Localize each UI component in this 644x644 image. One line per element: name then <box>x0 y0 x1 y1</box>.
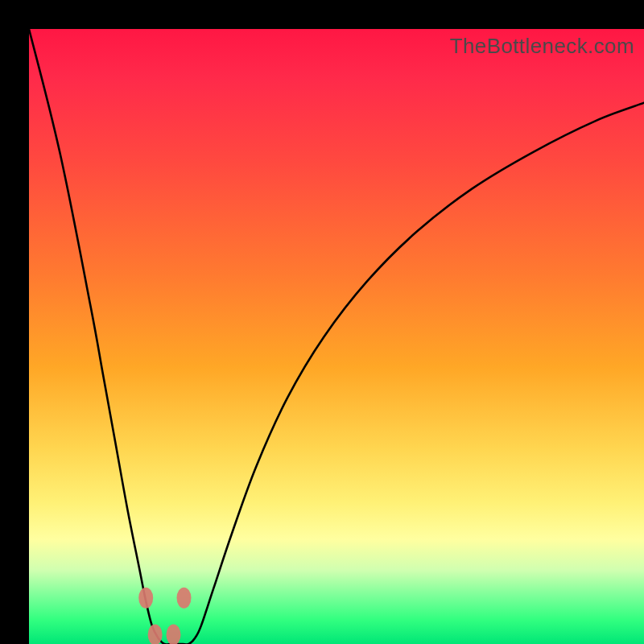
bottleneck-curve <box>29 29 644 644</box>
bottleneck-chart <box>29 29 644 644</box>
curve-marker <box>167 625 181 645</box>
curve-marker <box>148 625 163 645</box>
curve-markers <box>138 588 191 644</box>
curve-marker <box>177 588 192 609</box>
plot-area: TheBottleneck.com <box>29 29 644 644</box>
curve-marker <box>138 588 153 609</box>
